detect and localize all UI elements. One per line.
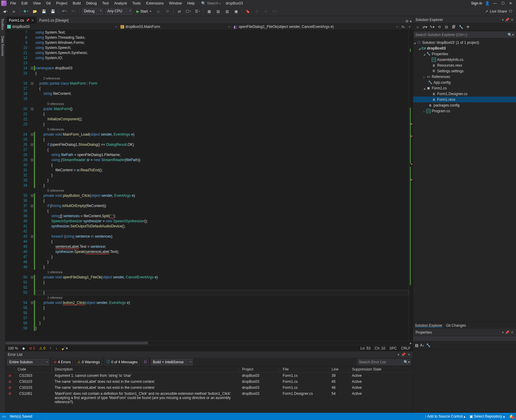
menu-project[interactable]: Project xyxy=(54,1,70,6)
switch-views-icon[interactable]: ⇄▾ xyxy=(422,24,428,30)
overview-ruler[interactable] xyxy=(409,30,413,341)
indent-mode[interactable]: SPC xyxy=(389,346,397,350)
select-repository[interactable]: ▣ Select Repository ▴ xyxy=(470,414,505,418)
signin-icon[interactable]: 👤 xyxy=(485,1,490,5)
nav-class-combo[interactable]: 🅲dropBox03.MainForm xyxy=(119,24,232,30)
layout-button-4[interactable]: ▣ xyxy=(233,8,239,15)
panel-close-icon[interactable]: ✕ xyxy=(511,330,514,334)
tab-form1-design[interactable]: Form1.cs [Design] xyxy=(37,17,71,23)
warning-count[interactable]: ⚠0 xyxy=(39,346,46,350)
undo-button[interactable]: ↶ xyxy=(61,8,68,15)
window-maximize-button[interactable]: ☐ xyxy=(500,1,505,6)
toolbar-browser-button[interactable]: 🖵 xyxy=(185,8,192,15)
solution-explorer-search[interactable]: Search Solution Explorer (Ctrl+;) 🔍▾ xyxy=(413,31,516,38)
tree-solution[interactable]: ☐Solution 'dropBox03' (1 of 1 project) xyxy=(413,40,516,45)
warnings-filter[interactable]: ⚠0 Warnings xyxy=(75,359,102,365)
redo-button[interactable]: ↷ xyxy=(70,8,77,15)
menu-git[interactable]: Git xyxy=(44,1,53,6)
window-close-button[interactable]: ✕ xyxy=(508,1,513,6)
nav-back-button[interactable]: ◀ xyxy=(2,8,8,15)
caret-col[interactable]: Ch: 10 xyxy=(375,346,385,350)
menu-build[interactable]: Build xyxy=(70,1,83,6)
panel-dropdown-icon[interactable]: ▾ xyxy=(502,18,504,22)
build-intellisense-combo[interactable]: Build + IntelliSense xyxy=(151,359,193,365)
solution-config-combo[interactable]: Debug xyxy=(82,8,103,15)
tree-form1-resx[interactable]: 🗎Form1.resx xyxy=(413,97,516,102)
caret-line[interactable]: Ln: 53 xyxy=(360,346,370,350)
zoom-level[interactable]: 100 % xyxy=(8,346,18,350)
tab-form1-cs[interactable]: Form1.cs 📌 ✕ xyxy=(7,17,37,23)
datasources-tab[interactable]: Data Sources xyxy=(1,36,4,56)
panel-pin-icon[interactable]: 📌 xyxy=(401,352,406,357)
menu-window[interactable]: Window xyxy=(167,1,184,6)
hot-reload-button[interactable]: ⟳ xyxy=(164,8,171,15)
toolbox-tab[interactable]: Toolbox xyxy=(1,19,4,30)
tree-appconfig[interactable]: 🔧App.config xyxy=(413,80,516,85)
menu-file[interactable]: File xyxy=(8,1,18,6)
add-source-control[interactable]: ↑ Add to Source Control ▴ xyxy=(425,414,465,418)
collapse-icon[interactable]: ⊟ xyxy=(444,24,449,30)
menu-analyze[interactable]: Analyze xyxy=(112,1,130,6)
tree-packages[interactable]: 🗎packages.config xyxy=(413,102,516,108)
tree-form1[interactable]: ▣Form1.cs xyxy=(413,85,516,91)
tree-form1-designer[interactable]: 🗎Form1.Designer.cs xyxy=(413,91,516,97)
properties-grid[interactable] xyxy=(413,349,516,413)
tree-resources[interactable]: 🗎Resources.resx xyxy=(413,62,516,68)
save-button[interactable]: 💾 xyxy=(40,8,47,15)
errors-filter[interactable]: ⊘4 Errors xyxy=(52,359,73,365)
tree-program[interactable]: C#Program.cs xyxy=(413,108,516,114)
admin-icon[interactable]: 🛡 xyxy=(509,9,512,14)
error-table[interactable]: CodeDescriptionProjectFileLineSuppressio… xyxy=(5,366,413,413)
health-icon[interactable]: ◆ xyxy=(22,346,25,350)
title-search[interactable]: 🔍 Search ▾ xyxy=(201,1,221,5)
bookmark-button[interactable]: 🔖 xyxy=(244,8,251,15)
error-column-header[interactable]: File xyxy=(280,366,329,373)
start-debug-button[interactable]: ▶Start▾ xyxy=(135,8,153,15)
panel-close-icon[interactable]: ✕ xyxy=(407,352,410,357)
home-icon[interactable]: ⌂ xyxy=(415,24,420,30)
property-pages-icon[interactable]: 🔧 xyxy=(426,343,431,347)
uncomment-button[interactable]: ☆ xyxy=(262,8,269,15)
error-column-header[interactable] xyxy=(5,366,14,373)
notifications-icon[interactable]: 🔔1 xyxy=(509,414,514,418)
errorlist-search[interactable]: Search Error List🔍▾ xyxy=(357,359,411,365)
save-all-button[interactable]: 💾 xyxy=(49,8,56,15)
menu-view[interactable]: View xyxy=(31,1,43,6)
open-file-button[interactable]: 📂 xyxy=(31,8,38,15)
clear-filter-button[interactable]: ☵ xyxy=(142,359,148,365)
error-column-header[interactable]: Code xyxy=(14,366,52,373)
error-count[interactable]: ⊘3 xyxy=(29,346,35,350)
categorized-icon[interactable]: ▤ xyxy=(415,343,418,347)
toolbar-dropdown-button[interactable]: ☰ xyxy=(194,8,201,15)
menu-extensions[interactable]: Extensions xyxy=(144,1,166,6)
comment-button[interactable]: ☆ xyxy=(253,8,260,15)
breakpoint-margin[interactable] xyxy=(5,30,14,341)
nav-down-icon[interactable]: ↓ xyxy=(55,346,57,350)
panel-close-icon[interactable]: ✕ xyxy=(511,18,514,22)
liveshare-button[interactable]: Live Share xyxy=(490,9,507,14)
browselink-button[interactable]: ⇄ xyxy=(176,8,183,15)
tree-assemblyinfo[interactable]: C#AssemblyInfo.cs xyxy=(413,57,516,62)
plus-button[interactable]: ＋ xyxy=(406,24,413,29)
output-icon[interactable]: ▭ xyxy=(2,414,6,418)
sync-icon[interactable]: ⟲ xyxy=(437,24,442,30)
tab-git-changes[interactable]: Git Changes xyxy=(446,323,466,328)
alphabetical-icon[interactable]: A↓ xyxy=(420,343,424,347)
panel-dropdown-icon[interactable]: ▾ xyxy=(398,352,399,357)
panel-pin-icon[interactable]: 📌 xyxy=(505,18,509,22)
panel-pin-icon[interactable]: 📌 xyxy=(505,330,509,334)
menu-edit[interactable]: Edit xyxy=(19,1,30,6)
preview-icon[interactable]: 👁 xyxy=(465,24,471,30)
new-project-button[interactable]: ✚ xyxy=(22,8,29,15)
solution-tree[interactable]: ☐Solution 'dropBox03' (1 of 1 project) C… xyxy=(413,38,516,322)
split-button[interactable]: ⇆ xyxy=(400,25,406,29)
error-column-header[interactable]: Line xyxy=(329,366,349,373)
show-all-icon[interactable]: 🗐 xyxy=(451,24,456,30)
window-minimize-button[interactable]: — xyxy=(493,1,497,6)
outline-margin[interactable]: ⊟ ⊟ ⊟ ⊟ ⊟ ⊟ ⊟ ⊟ ⊟ ⊟ ⊟ xyxy=(30,30,34,341)
properties-icon[interactable]: 🔧 xyxy=(458,24,464,30)
pin-icon[interactable]: 📌 xyxy=(26,19,29,22)
signin-link[interactable]: Sign in xyxy=(471,1,482,5)
tree-settings[interactable]: ⚙Settings.settings xyxy=(413,68,516,74)
more-button[interactable]: ☆ xyxy=(271,8,278,15)
